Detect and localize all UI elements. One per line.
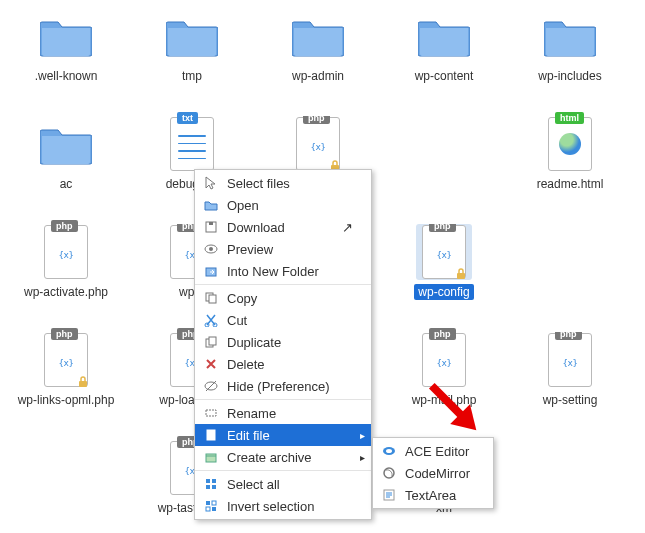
file-icon: php xyxy=(290,116,346,172)
menu-item[interactable]: Create archive▸ xyxy=(195,446,371,468)
svg-rect-24 xyxy=(206,507,210,511)
menu-item-label: Select files xyxy=(227,176,353,191)
file-label: wp-content xyxy=(411,68,478,84)
select-all-icon xyxy=(203,476,219,492)
menu-item[interactable]: Select all xyxy=(195,473,371,495)
file-label: wp-activate.php xyxy=(20,284,112,300)
delete-icon xyxy=(203,356,219,372)
file-item[interactable]: wp-admin xyxy=(260,8,376,108)
svg-rect-15 xyxy=(206,410,216,416)
file-icon: php xyxy=(38,332,94,388)
menu-item-label: Copy xyxy=(227,291,353,306)
svg-rect-20 xyxy=(206,485,210,489)
file-item[interactable]: .well-known xyxy=(8,8,124,108)
menu-item[interactable]: ACE Editor xyxy=(373,440,493,462)
menu-item[interactable]: Invert selection xyxy=(195,495,371,517)
menu-item[interactable]: CodeMirror xyxy=(373,462,493,484)
menu-item[interactable]: Rename xyxy=(195,402,371,424)
file-item[interactable]: phpwp-links-opml.php xyxy=(8,332,124,432)
file-item[interactable]: phpwp-activate.php xyxy=(8,224,124,324)
context-menu: Select filesOpenDownload↗PreviewInto New… xyxy=(194,169,372,520)
submenu-arrow-icon: ▸ xyxy=(360,452,365,463)
file-item[interactable]: phpwp-config xyxy=(386,224,502,324)
svg-point-6 xyxy=(209,247,213,251)
menu-item[interactable]: TextArea xyxy=(373,484,493,506)
file-label: wp-mail.php xyxy=(408,392,481,408)
svg-rect-23 xyxy=(212,501,216,505)
folder-icon xyxy=(38,116,94,172)
svg-rect-9 xyxy=(209,295,216,303)
menu-item-label: Create archive xyxy=(227,450,353,465)
svg-point-27 xyxy=(386,449,392,453)
hide-icon xyxy=(203,378,219,394)
file-label: readme.html xyxy=(533,176,608,192)
download-icon xyxy=(203,219,219,235)
folder-icon xyxy=(164,8,220,64)
ace-icon xyxy=(381,443,397,459)
menu-item-label: Invert selection xyxy=(227,499,353,514)
svg-rect-19 xyxy=(212,479,216,483)
menu-item[interactable]: Download↗ xyxy=(195,216,371,238)
invert-icon xyxy=(203,498,219,514)
file-icon: html xyxy=(542,116,598,172)
folder-icon xyxy=(542,8,598,64)
menu-item-label: Rename xyxy=(227,406,353,421)
textarea-icon xyxy=(381,487,397,503)
file-label: wp-includes xyxy=(534,68,605,84)
codemirror-icon xyxy=(381,465,397,481)
svg-rect-17 xyxy=(206,454,216,462)
svg-rect-1 xyxy=(457,273,465,279)
menu-item[interactable]: Select files xyxy=(195,172,371,194)
file-item[interactable]: wp-content xyxy=(386,8,502,108)
file-label: .well-known xyxy=(31,68,102,84)
menu-item-label: ACE Editor xyxy=(405,444,475,459)
menu-item[interactable]: Edit file▸ xyxy=(195,424,371,446)
file-icon: php xyxy=(416,332,472,388)
menu-item[interactable]: Delete xyxy=(195,353,371,375)
rename-icon xyxy=(203,405,219,421)
menu-item-label: Into New Folder xyxy=(227,264,353,279)
file-item[interactable]: phpwp-mail.php xyxy=(386,332,502,432)
file-icon: txt xyxy=(164,116,220,172)
duplicate-icon xyxy=(203,334,219,350)
menu-item[interactable]: Duplicate xyxy=(195,331,371,353)
file-item[interactable]: ac xyxy=(8,116,124,216)
svg-rect-13 xyxy=(209,337,216,345)
cursor-icon xyxy=(203,175,219,191)
cut-icon xyxy=(203,312,219,328)
menu-item[interactable]: Copy xyxy=(195,287,371,309)
svg-rect-22 xyxy=(206,501,210,505)
menu-item-label: TextArea xyxy=(405,488,475,503)
menu-item[interactable]: Cut xyxy=(195,309,371,331)
folder-icon xyxy=(416,8,472,64)
file-item[interactable]: tmp xyxy=(134,8,250,108)
folder-icon xyxy=(38,8,94,64)
menu-item-label: Download xyxy=(227,220,334,235)
menu-item-label: Hide (Preference) xyxy=(227,379,353,394)
open-icon xyxy=(203,197,219,213)
file-icon: php xyxy=(38,224,94,280)
folder-icon xyxy=(290,8,346,64)
file-icon: php xyxy=(542,332,598,388)
menu-item-label: Cut xyxy=(227,313,353,328)
svg-rect-18 xyxy=(206,479,210,483)
file-label: ac xyxy=(56,176,77,192)
file-item[interactable]: phpwp-setting xyxy=(512,332,628,432)
file-label: wp-links-opml.php xyxy=(14,392,119,408)
file-item[interactable]: wp-includes xyxy=(512,8,628,108)
menu-item[interactable]: Preview xyxy=(195,238,371,260)
menu-item[interactable]: Open xyxy=(195,194,371,216)
svg-rect-2 xyxy=(79,381,87,387)
menu-separator xyxy=(195,399,371,400)
file-label: wp-admin xyxy=(288,68,348,84)
menu-item[interactable]: Into New Folder xyxy=(195,260,371,282)
archive-icon xyxy=(203,449,219,465)
menu-item-label: Edit file xyxy=(227,428,353,443)
into-folder-icon xyxy=(203,263,219,279)
menu-item[interactable]: Hide (Preference) xyxy=(195,375,371,397)
svg-rect-4 xyxy=(209,222,213,225)
preview-icon xyxy=(203,241,219,257)
file-item[interactable]: htmlreadme.html xyxy=(512,116,628,216)
svg-point-28 xyxy=(384,468,394,478)
menu-separator xyxy=(195,284,371,285)
